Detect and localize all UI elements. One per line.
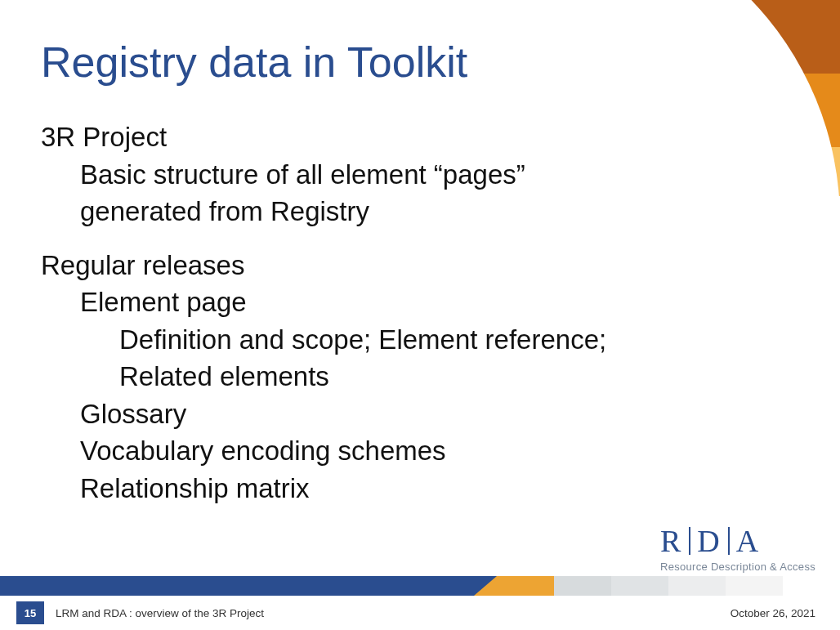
footer-date: October 26, 2021 (731, 607, 815, 619)
slide: Registry data in Toolkit 3R Project Basi… (0, 0, 840, 630)
divider-icon (689, 527, 690, 555)
section-heading: 3R Project (41, 118, 760, 156)
section-heading: Regular releases (41, 247, 760, 284)
brand-tagline: Resource Description & Access (660, 561, 815, 573)
brand-logo: R D A Resource Description & Access (660, 523, 815, 573)
body-line: Vocabulary encoding schemes (80, 432, 760, 470)
slide-title: Registry data in Toolkit (41, 39, 467, 86)
slide-body: 3R Project Basic structure of all elemen… (41, 118, 760, 507)
body-line: Glossary (80, 395, 760, 433)
footer: 15 LRM and RDA : overview of the 3R Proj… (0, 596, 840, 630)
footer-title: LRM and RDA : overview of the 3R Project (56, 607, 264, 619)
body-subline: Related elements (119, 358, 760, 395)
brand-letter-r: R (660, 523, 682, 559)
divider-icon (728, 527, 730, 555)
brand-letter-a: A (736, 523, 760, 559)
page-number: 15 (16, 601, 44, 624)
body-line: Relationship matrix (80, 470, 760, 507)
body-line: Element page (80, 284, 760, 321)
body-subline: Definition and scope; Element reference; (119, 321, 760, 359)
body-line: generated from Registry (80, 193, 760, 230)
body-line: Basic structure of all element “pages” (80, 156, 760, 194)
rda-wordmark: R D A (660, 523, 815, 559)
footer-stripe (0, 576, 840, 596)
brand-letter-d: D (697, 523, 721, 559)
